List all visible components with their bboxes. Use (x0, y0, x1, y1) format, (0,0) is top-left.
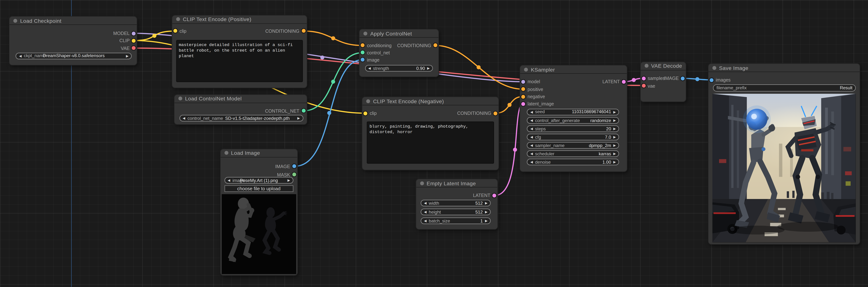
decrement-arrow-icon[interactable]: ◀ (530, 160, 533, 164)
collapse-dot-icon[interactable] (420, 181, 424, 185)
prev-arrow-icon[interactable]: ◀ (530, 152, 533, 155)
collapse-dot-icon[interactable] (178, 97, 182, 101)
node-ksampler[interactable]: KSampler model positive negative latent_… (520, 66, 627, 171)
seed-widget[interactable]: ◀ seed 1103108696746041 ▶ (527, 109, 619, 115)
prev-arrow-icon[interactable]: ◀ (530, 119, 533, 122)
wire-image-middot[interactable] (327, 111, 331, 115)
node-clip-text-encode-negative[interactable]: CLIP Text Encode (Negative) clip CONDITI… (363, 97, 498, 170)
output-port-image[interactable] (292, 165, 296, 168)
ckpt-name-widget[interactable]: ◀ ckpt_name DreamShaper-v8.0.safetensors… (16, 52, 132, 59)
next-arrow-icon[interactable]: ▶ (126, 54, 129, 58)
output-port-control-net[interactable] (302, 109, 305, 113)
collapse-dot-icon[interactable] (13, 19, 18, 23)
output-port-latent[interactable] (622, 80, 626, 83)
input-port-positive[interactable] (521, 87, 525, 91)
wire-sampled-latent-middot[interactable] (632, 78, 636, 82)
output-port-mask[interactable] (292, 173, 296, 177)
input-port-clip[interactable] (364, 111, 368, 115)
positive-prompt-textarea[interactable]: masterpiece detailed illustration of a s… (176, 40, 303, 82)
input-port-images[interactable] (710, 78, 714, 82)
input-port-image[interactable] (361, 58, 365, 62)
image-file-widget[interactable]: ◀ image PoseMy.Art (1).png ▶ (224, 177, 293, 184)
next-arrow-icon[interactable]: ▶ (297, 117, 300, 120)
node-apply-controlnet[interactable]: Apply ControlNet conditioning control_ne… (360, 30, 438, 76)
wire-decoded-image-middot[interactable] (695, 77, 700, 81)
collapse-dot-icon[interactable] (176, 17, 180, 21)
height-widget[interactable]: ◀ height 512 ▶ (421, 209, 491, 215)
strength-widget[interactable]: ◀ strength 0.90 ▶ (365, 65, 433, 72)
decrement-arrow-icon[interactable]: ◀ (424, 210, 427, 214)
input-port-negative[interactable] (521, 95, 525, 99)
next-arrow-icon[interactable]: ▶ (287, 179, 290, 182)
filename-prefix-widget[interactable]: filename_prefix Result (713, 84, 856, 92)
steps-widget[interactable]: ◀ steps 20 ▶ (527, 125, 619, 132)
cfg-widget[interactable]: ◀ cfg 7.0 ▶ (527, 134, 619, 141)
collapse-dot-icon[interactable] (366, 99, 370, 103)
wire-clip-positive-middot[interactable] (152, 34, 157, 38)
increment-arrow-icon[interactable]: ▶ (427, 67, 430, 70)
input-port-control-net[interactable] (361, 51, 365, 55)
wire-latent[interactable] (495, 104, 523, 195)
prev-arrow-icon[interactable]: ◀ (228, 179, 230, 182)
increment-arrow-icon[interactable]: ▶ (613, 136, 616, 139)
decrement-arrow-icon[interactable]: ◀ (530, 127, 533, 131)
output-port-conditioning[interactable] (493, 111, 497, 115)
node-clip-text-encode-positive[interactable]: CLIP Text Encode (Positive) clip CONDITI… (172, 15, 307, 87)
decrement-arrow-icon[interactable]: ◀ (368, 67, 371, 70)
decrement-arrow-icon[interactable]: ◀ (424, 219, 427, 223)
increment-arrow-icon[interactable]: ▶ (485, 210, 488, 214)
node-load-image[interactable]: Load Image IMAGE MASK ◀ image PoseMy.Art… (220, 149, 297, 275)
node-load-checkpoint[interactable]: Load Checkpoint MODEL CLIP VAE ◀ ckpt_na… (10, 16, 137, 65)
input-port-clip[interactable] (174, 29, 177, 33)
increment-arrow-icon[interactable]: ▶ (613, 160, 616, 164)
prev-arrow-icon[interactable]: ◀ (183, 117, 185, 120)
wire-model-middot[interactable] (320, 56, 324, 60)
width-widget[interactable]: ◀ width 512 ▶ (421, 200, 491, 207)
collapse-dot-icon[interactable] (524, 68, 528, 71)
scheduler-widget[interactable]: ◀ scheduler karras ▶ (527, 150, 619, 157)
increment-arrow-icon[interactable]: ▶ (485, 202, 488, 205)
decrement-arrow-icon[interactable]: ◀ (424, 202, 427, 205)
next-arrow-icon[interactable]: ▶ (613, 152, 616, 155)
increment-arrow-icon[interactable]: ▶ (613, 110, 616, 113)
input-port-latent-image[interactable] (521, 102, 525, 106)
control-after-generate-widget[interactable]: ◀ control_after_generate randomize ▶ (527, 117, 619, 124)
output-port-model[interactable] (132, 31, 136, 35)
wire-applied-conditioning-middot[interactable] (476, 65, 481, 69)
input-port-vae[interactable] (642, 84, 646, 88)
choose-file-button[interactable]: choose file to upload (224, 185, 293, 192)
next-arrow-icon[interactable]: ▶ (613, 144, 616, 147)
input-port-conditioning[interactable] (361, 43, 365, 47)
output-port-clip[interactable] (132, 39, 136, 42)
collapse-dot-icon[interactable] (644, 64, 648, 68)
wire-latent-middot[interactable] (513, 148, 517, 152)
output-port-conditioning[interactable] (433, 43, 437, 47)
output-port-conditioning[interactable] (302, 29, 305, 33)
output-port-vae[interactable] (132, 46, 136, 50)
node-load-controlnet-model[interactable]: Load ControlNet Model CONTROL_NET ◀ cont… (175, 95, 307, 124)
increment-arrow-icon[interactable]: ▶ (613, 127, 616, 131)
wire-positive-conditioning-middot[interactable] (331, 36, 335, 40)
graph-canvas[interactable]: Load Checkpoint MODEL CLIP VAE ◀ ckpt_na… (0, 0, 868, 287)
decrement-arrow-icon[interactable]: ◀ (530, 136, 533, 139)
output-port-image[interactable] (681, 77, 685, 80)
collapse-dot-icon[interactable] (712, 66, 716, 70)
denoise-widget[interactable]: ◀ denoise 1.00 ▶ (527, 159, 619, 166)
sampler-name-widget[interactable]: ◀ sampler_name dpmpp_2m ▶ (527, 142, 619, 149)
next-arrow-icon[interactable]: ▶ (613, 119, 616, 122)
batch-size-widget[interactable]: ◀ batch_size 1 ▶ (421, 218, 491, 224)
prev-arrow-icon[interactable]: ◀ (19, 54, 22, 58)
node-save-image[interactable]: Save Image images filename_prefix Result (709, 64, 860, 244)
prev-arrow-icon[interactable]: ◀ (530, 144, 533, 147)
decrement-arrow-icon[interactable]: ◀ (530, 110, 533, 113)
node-vae-decode[interactable]: VAE Decode samples vae IMAGE (641, 62, 686, 102)
negative-prompt-textarea[interactable]: blurry, painting, drawing, photography, … (367, 121, 494, 164)
input-port-samples[interactable] (642, 77, 646, 80)
collapse-dot-icon[interactable] (364, 31, 368, 35)
control-net-name-widget[interactable]: ◀ control_net_name SD-v1.5-t2iadapter-zo… (179, 115, 303, 122)
input-port-model[interactable] (521, 80, 525, 83)
increment-arrow-icon[interactable]: ▶ (485, 219, 488, 223)
wire-control-net-middot[interactable] (331, 80, 335, 84)
node-empty-latent-image[interactable]: Empty Latent Image LATENT ◀ width 512 ▶ … (416, 179, 498, 229)
collapse-dot-icon[interactable] (224, 151, 228, 155)
